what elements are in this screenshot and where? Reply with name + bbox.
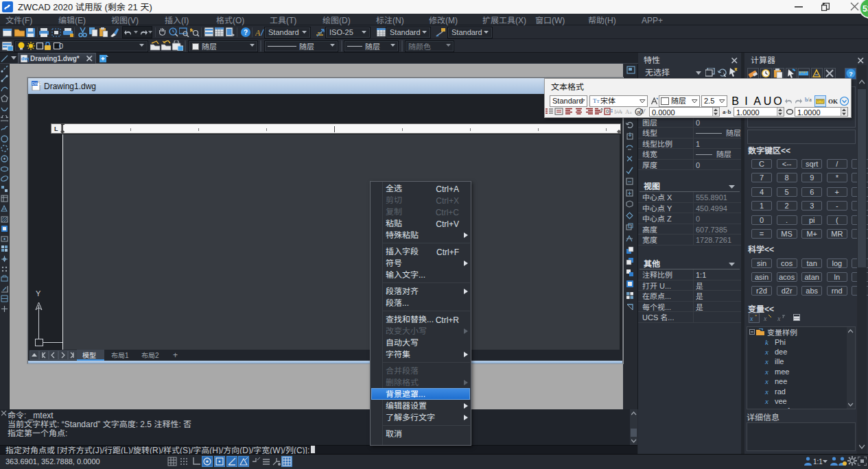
svg-text:x: x [764, 315, 767, 322]
svg-text:0: 0 [606, 108, 609, 115]
svg-text:DWG: DWG [32, 82, 41, 86]
svg-text:?: ? [849, 71, 853, 77]
svg-text:?: ? [244, 29, 248, 36]
svg-text:x: x [750, 315, 753, 322]
svg-text:A: A [255, 28, 261, 37]
svg-text:dwg: dwg [21, 56, 29, 62]
svg-text:x: x [777, 315, 781, 322]
svg-text:*: * [755, 314, 757, 318]
